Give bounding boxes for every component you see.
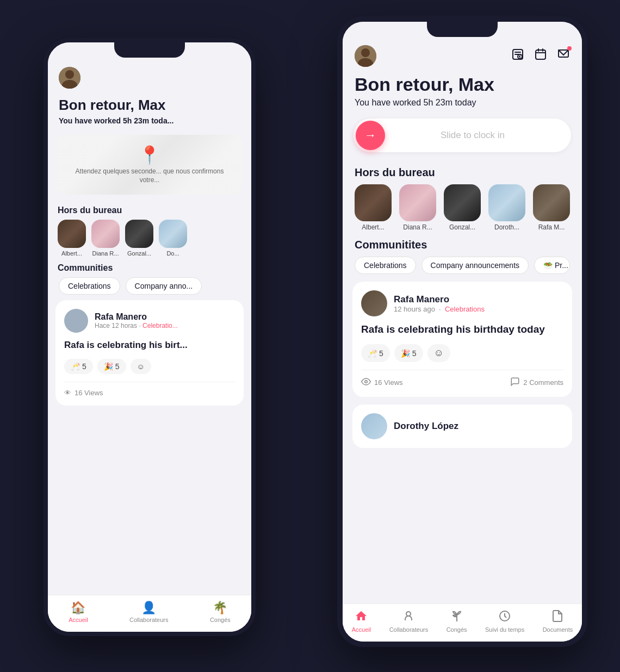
people-row-front: Albert... Diana R... Gonzal... Doroth...… bbox=[343, 184, 582, 231]
front-greeting: Bon retour, Max bbox=[343, 70, 582, 97]
svg-point-16 bbox=[406, 612, 411, 616]
nav-conges-back[interactable]: 🌴 Congés bbox=[210, 601, 231, 623]
post-avatar-2 bbox=[361, 413, 387, 439]
nav-suivi-front[interactable]: Suivi du temps bbox=[485, 609, 524, 633]
nav-accueil-back[interactable]: 🏠 Accueil bbox=[69, 601, 88, 623]
nav-accueil-front[interactable]: Accueil bbox=[352, 609, 371, 633]
reaction-confetti-1[interactable]: 🎉 5 bbox=[394, 344, 423, 362]
timesheet-icon[interactable] bbox=[511, 48, 524, 64]
eye-icon-back: 👁 bbox=[64, 389, 71, 397]
bottom-nav-front: Accueil Collaborateurs Congés bbox=[343, 603, 582, 642]
reaction-add-1[interactable]: ☺ bbox=[427, 344, 450, 362]
avatar-albert-back bbox=[58, 220, 86, 248]
reaction-champagne-back[interactable]: 🥂 5 bbox=[64, 359, 93, 374]
post-card-2-front: Dorothy López bbox=[352, 405, 572, 448]
comment-icon-1 bbox=[510, 377, 520, 388]
map-pin-icon: 📍 bbox=[139, 145, 160, 165]
nav-documents-front[interactable]: Documents bbox=[543, 609, 573, 633]
calendar-icon[interactable] bbox=[534, 48, 547, 64]
pill-company-back[interactable]: Company anno... bbox=[126, 277, 202, 295]
nav-label-documents-front: Documents bbox=[543, 626, 573, 633]
home-icon-front bbox=[355, 609, 368, 625]
person-do-back: Do... bbox=[159, 220, 187, 257]
slide-text: Slide to clock in bbox=[385, 130, 571, 141]
reaction-add-back[interactable]: ☺ bbox=[131, 359, 151, 374]
avatar-front bbox=[355, 45, 376, 67]
back-worked: You have worked 5h 23m toda... bbox=[48, 115, 251, 130]
post-meta-1: 12 hours ago · Celebrations bbox=[394, 305, 485, 313]
person-doroth-front: Doroth... bbox=[488, 184, 525, 231]
post-author-info-back: Rafa Manero Hace 12 horas · Celebratio..… bbox=[95, 312, 178, 329]
nav-label-accueil-back: Accueil bbox=[69, 617, 88, 623]
bottom-nav-back: 🏠 Accueil 👤 Collaborateurs 🌴 Congés bbox=[48, 595, 251, 632]
nav-label-accueil-front: Accueil bbox=[352, 626, 371, 633]
slide-button[interactable]: → bbox=[356, 121, 385, 150]
reactions-row-1: 🥂 5 🎉 5 ☺ bbox=[361, 344, 563, 362]
map-card: 📍 Attendez quelques seconde... que nous … bbox=[57, 135, 243, 195]
eye-icon-1 bbox=[361, 377, 371, 388]
post-author-info-2: Dorothy López bbox=[394, 421, 458, 432]
post-title-1: Rafa is celebrating his birthday today bbox=[361, 323, 563, 337]
post-avatar-1 bbox=[361, 290, 387, 316]
post-stats-1: 16 Views 2 Comments bbox=[361, 370, 563, 388]
pill-salad-front[interactable]: 🥗 Pr... bbox=[534, 257, 570, 274]
name-do-back: Do... bbox=[166, 250, 179, 257]
out-of-office-title-back: Hors du bureau bbox=[48, 199, 251, 220]
back-greeting: Bon retour, Max bbox=[48, 93, 251, 115]
nav-conges-front[interactable]: Congés bbox=[447, 609, 467, 633]
communities-title-back: Communities bbox=[48, 257, 251, 277]
reaction-champagne-1[interactable]: 🥂 5 bbox=[361, 344, 390, 362]
post-author-name-2: Dorothy López bbox=[394, 421, 458, 432]
pill-celebrations-front[interactable]: Celebrations bbox=[355, 257, 416, 274]
reactions-row-back: 🥂 5 🎉 5 ☺ bbox=[64, 359, 235, 374]
front-worked: You have worked 5h 23m today bbox=[343, 97, 582, 112]
svg-rect-10 bbox=[536, 50, 545, 59]
notification-icon[interactable] bbox=[557, 48, 570, 64]
name-gonzal-front: Gonzal... bbox=[449, 223, 475, 231]
document-icon-front bbox=[551, 609, 564, 625]
person-diana-back: Diana R... bbox=[91, 220, 120, 257]
avatar-gonzal-front bbox=[444, 184, 481, 221]
post-avatar-back bbox=[64, 309, 88, 333]
post-header-1: Rafa Manero 12 hours ago · Celebrations bbox=[361, 290, 563, 316]
slide-arrow-icon: → bbox=[364, 128, 376, 142]
svg-point-4 bbox=[361, 48, 370, 57]
back-header bbox=[48, 61, 251, 93]
nav-label-conges-back: Congés bbox=[210, 617, 231, 623]
name-rafa-front: Rafa M... bbox=[538, 223, 565, 231]
pill-company-front[interactable]: Company announcements bbox=[421, 257, 529, 274]
avatar-diana-front bbox=[399, 184, 436, 221]
comments-count-1: 2 Comments bbox=[523, 378, 563, 387]
svg-point-15 bbox=[365, 381, 368, 383]
nav-label-collab-back: Collaborateurs bbox=[129, 617, 169, 623]
person-albert-front: Albert... bbox=[355, 184, 392, 231]
communities-title-front: Communitites bbox=[343, 231, 582, 257]
notification-badge bbox=[567, 46, 572, 51]
reaction-confetti-back[interactable]: 🎉 5 bbox=[97, 359, 126, 374]
avatar-doroth-front bbox=[488, 184, 525, 221]
people-row-back: Albert... Diana R... Gonzal... Do... bbox=[48, 220, 251, 257]
name-albert-back: Albert... bbox=[61, 250, 82, 257]
avatar-do-back bbox=[159, 220, 187, 248]
post-author-name-1: Rafa Manero bbox=[394, 294, 485, 305]
avatar-gonzal-back bbox=[125, 220, 153, 248]
home-icon-back: 🏠 bbox=[71, 601, 85, 615]
back-phone: Bon retour, Max You have worked 5h 23m t… bbox=[44, 38, 256, 636]
pill-celebrations-back[interactable]: Celebrations bbox=[59, 277, 120, 295]
avatar-rafa-front bbox=[533, 184, 570, 221]
views-count-back: 16 Views bbox=[75, 389, 103, 397]
nav-collaborateurs-back[interactable]: 👤 Collaborateurs bbox=[129, 601, 169, 623]
avatar-albert-front bbox=[355, 184, 392, 221]
front-phone: Bon retour, Max You have worked 5h 23m t… bbox=[337, 16, 587, 647]
out-of-office-title-front: Hors du bureau bbox=[343, 159, 582, 184]
nav-collaborateurs-front[interactable]: Collaborateurs bbox=[389, 609, 429, 633]
post-stats-back: 👁 16 Views bbox=[64, 382, 235, 397]
post-author-info-1: Rafa Manero 12 hours ago · Celebrations bbox=[394, 294, 485, 313]
avatar-diana-back bbox=[91, 220, 120, 248]
post-card-back: Rafa Manero Hace 12 horas · Celebratio..… bbox=[55, 300, 244, 406]
people-icon-back: 👤 bbox=[141, 601, 156, 615]
views-stat-1: 16 Views bbox=[361, 377, 403, 388]
slide-container[interactable]: → Slide to clock in bbox=[354, 119, 571, 152]
post-title-back: Rafa is celebrating his birt... bbox=[64, 339, 235, 351]
person-gonzal-front: Gonzal... bbox=[444, 184, 481, 231]
